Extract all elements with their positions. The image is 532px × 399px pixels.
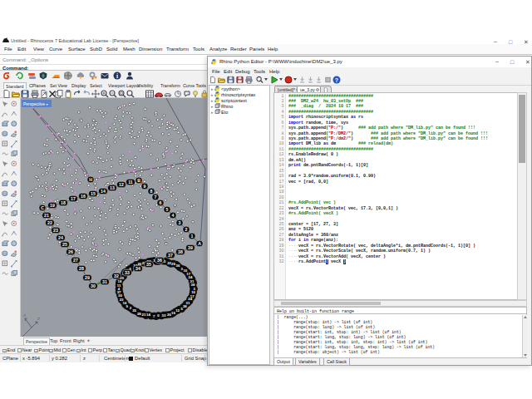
svg-text:15: 15 xyxy=(91,191,96,196)
svg-text:27: 27 xyxy=(73,258,78,263)
svg-text:17: 17 xyxy=(71,196,76,201)
svg-text:i: i xyxy=(116,72,118,80)
svg-text:9: 9 xyxy=(144,184,146,189)
svg-text:23: 23 xyxy=(53,228,58,233)
svg-text:11: 11 xyxy=(128,180,133,185)
svg-text:39: 39 xyxy=(188,245,193,250)
svg-text:12: 12 xyxy=(119,182,124,187)
svg-text:22: 22 xyxy=(47,220,52,225)
svg-text:5: 5 xyxy=(166,207,169,212)
svg-text:H: H xyxy=(89,177,92,182)
svg-text:21: 21 xyxy=(142,313,146,317)
svg-text:A: A xyxy=(198,241,201,246)
svg-text:37: 37 xyxy=(168,253,173,258)
svg-text:7: 7 xyxy=(155,195,157,200)
svg-text:1: 1 xyxy=(191,234,194,239)
svg-text:31: 31 xyxy=(102,279,107,284)
svg-text:12: 12 xyxy=(175,308,180,313)
svg-text:33: 33 xyxy=(162,313,166,318)
svg-text:34: 34 xyxy=(135,266,140,271)
svg-text:19: 19 xyxy=(50,203,55,208)
svg-text:28: 28 xyxy=(79,266,84,271)
svg-text:35: 35 xyxy=(132,308,136,313)
svg-text:2: 2 xyxy=(185,227,188,232)
svg-text:38: 38 xyxy=(178,249,183,254)
svg-text:13: 13 xyxy=(110,185,115,190)
svg-text:B: B xyxy=(137,178,140,183)
svg-text:14: 14 xyxy=(146,313,150,317)
svg-text:14: 14 xyxy=(101,189,106,194)
svg-text:35: 35 xyxy=(146,262,151,267)
svg-text:38: 38 xyxy=(183,304,187,308)
svg-text:8: 8 xyxy=(150,189,153,194)
svg-text:29: 29 xyxy=(85,275,90,280)
svg-text:30: 30 xyxy=(91,283,96,288)
svg-text:?: ? xyxy=(335,77,338,83)
svg-text:32: 32 xyxy=(114,273,119,278)
svg-text:26: 26 xyxy=(167,313,171,317)
svg-text:38: 38 xyxy=(191,283,195,287)
svg-text:24: 24 xyxy=(58,235,63,240)
svg-text:3: 3 xyxy=(179,220,181,225)
svg-text:36: 36 xyxy=(176,264,180,268)
svg-text:4: 4 xyxy=(172,213,175,218)
svg-text:33: 33 xyxy=(125,270,130,275)
svg-text:26: 26 xyxy=(68,249,73,254)
svg-text:6: 6 xyxy=(160,200,162,205)
svg-text:18: 18 xyxy=(61,200,66,205)
svg-text:28: 28 xyxy=(137,312,141,316)
svg-text:19: 19 xyxy=(171,311,175,315)
svg-text:25: 25 xyxy=(62,242,67,247)
svg-text:C: C xyxy=(41,205,44,210)
svg-text:11: 11 xyxy=(117,283,121,288)
svg-text:36: 36 xyxy=(157,258,162,263)
svg-text:16: 16 xyxy=(81,194,86,199)
svg-text:23: 23 xyxy=(120,298,124,302)
svg-text:21: 21 xyxy=(44,213,49,218)
